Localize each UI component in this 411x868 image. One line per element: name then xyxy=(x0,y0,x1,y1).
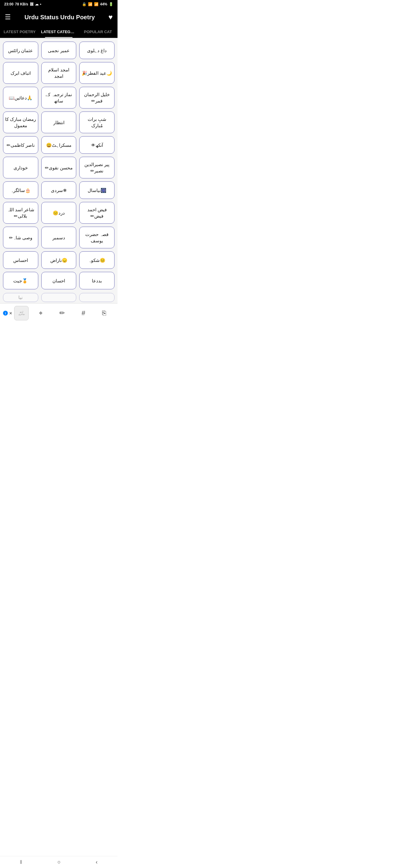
category-item[interactable]: مسکراہٹ😄 xyxy=(41,136,76,154)
category-item[interactable]: بددعا xyxy=(79,272,115,289)
category-item[interactable]: عمیر نجمی xyxy=(41,41,76,59)
category-item[interactable]: دسمبر xyxy=(41,227,76,248)
category-item[interactable]: شبِ برات مُبارک xyxy=(79,112,115,133)
tab-popular-cat[interactable]: POPULAR CAT xyxy=(78,26,118,38)
tab-bar: LATEST POETRY LATEST CATEGORIES POPULAR … xyxy=(0,26,118,38)
app-title: Urdu Status Urdu Poetry xyxy=(11,14,108,21)
category-item[interactable]: درد😑 xyxy=(41,202,76,224)
category-item-partial[interactable] xyxy=(79,293,115,302)
category-item[interactable]: 🌙عید الفطر🎉 xyxy=(79,62,115,84)
edit-icon[interactable]: ✏ xyxy=(58,308,66,318)
favorite-icon[interactable]: ♥ xyxy=(108,13,113,22)
category-item[interactable]: اتباف ابرک xyxy=(3,62,38,84)
dot-icon: • xyxy=(40,2,41,6)
category-item[interactable]: عثمان رائٹس xyxy=(3,41,38,59)
category-item[interactable]: آنکھ👁 xyxy=(79,136,115,154)
category-item[interactable]: قصہ حضرت یوسف xyxy=(79,227,115,248)
category-item[interactable]: خوداری xyxy=(3,157,38,179)
lock-icon: 🔒 xyxy=(82,2,87,6)
category-item[interactable]: انتظار xyxy=(41,112,76,133)
bottom-toolbar: i ✕ اردوشاعری ⌖ ✏ # ⎘ xyxy=(0,303,118,323)
category-item-partial[interactable] xyxy=(41,293,76,302)
battery-percent: 44% xyxy=(100,2,107,6)
signal-icon: 📶 xyxy=(94,2,98,6)
category-item[interactable]: احساس xyxy=(3,251,38,269)
category-item[interactable]: 😞ناراض xyxy=(41,251,76,269)
category-item[interactable]: خلیل الرحمان قمر✏ xyxy=(79,87,115,108)
cloud-icon: ☁ xyxy=(35,2,38,6)
category-item[interactable]: وصی شاہ✏ xyxy=(3,227,38,248)
category-item-partial[interactable]: نیا xyxy=(3,293,38,302)
partial-row: نیا xyxy=(0,293,118,303)
battery-icon: 🔋 xyxy=(109,2,113,6)
category-item[interactable]: 🎆نیاسال xyxy=(79,181,115,199)
tab-latest-categories[interactable]: LATEST CATEGORIES xyxy=(39,26,78,38)
category-item[interactable]: فیض احمد فیض✏ xyxy=(79,202,115,224)
scan-icon[interactable]: ⌖ xyxy=(38,308,44,318)
category-item[interactable]: 🏅جیت xyxy=(3,272,38,289)
category-item[interactable]: نماز ترجمہ کے ساتھ xyxy=(41,87,76,108)
status-bar: 23:00 78 KB/s 🖼 ☁ • 🔒 📶 📶 44% 🔋 xyxy=(0,0,118,8)
category-item[interactable]: شاعر اسد اللہ بلالی✏ xyxy=(3,202,38,224)
category-item[interactable]: 🎂سالگرہ xyxy=(3,181,38,199)
category-item[interactable]: 🙏دعائیں📖 xyxy=(3,87,38,108)
thumbnail-preview: اردوشاعری xyxy=(14,306,29,320)
category-item[interactable]: پیر نصیرالدین نصیر✏ xyxy=(79,157,115,179)
wifi-icon: 📶 xyxy=(88,2,93,6)
info-icon: i xyxy=(3,311,8,315)
category-item[interactable]: ❄سردی xyxy=(41,181,76,199)
category-item[interactable]: رمضان مبارک کا معمول xyxy=(3,112,38,133)
network-speed: 78 KB/s xyxy=(15,2,28,6)
category-item[interactable]: 😐شکوہ xyxy=(79,251,115,269)
time: 23:00 xyxy=(4,2,13,6)
category-item[interactable]: ناصر کاظمی✏ xyxy=(3,136,38,154)
navbar: ☰ Urdu Status Urdu Poetry ♥ xyxy=(0,8,118,26)
photo-icon: 🖼 xyxy=(30,2,33,6)
hashtag-icon[interactable]: # xyxy=(81,308,87,318)
status-left: 23:00 78 KB/s 🖼 ☁ • xyxy=(4,2,41,6)
status-right: 🔒 📶 📶 44% 🔋 xyxy=(82,2,113,6)
tab-latest-poetry[interactable]: LATEST POETRY xyxy=(0,26,39,38)
category-item[interactable]: احسان xyxy=(41,272,76,289)
share-icon[interactable]: ⎘ xyxy=(101,308,107,318)
category-grid: عثمان رائٹسعمیر نجمیداغ دہلویاتباف ابرکا… xyxy=(0,38,118,293)
hamburger-icon[interactable]: ☰ xyxy=(5,13,11,21)
category-item[interactable]: امجد اسلام امجد xyxy=(41,62,76,84)
category-item[interactable]: داغ دہلوی xyxy=(79,41,115,59)
category-item[interactable]: محسن نقوی✏ xyxy=(41,157,76,179)
close-icon[interactable]: ✕ xyxy=(9,311,12,315)
toolbar-actions: ⌖ ✏ # ⎘ xyxy=(30,308,115,318)
